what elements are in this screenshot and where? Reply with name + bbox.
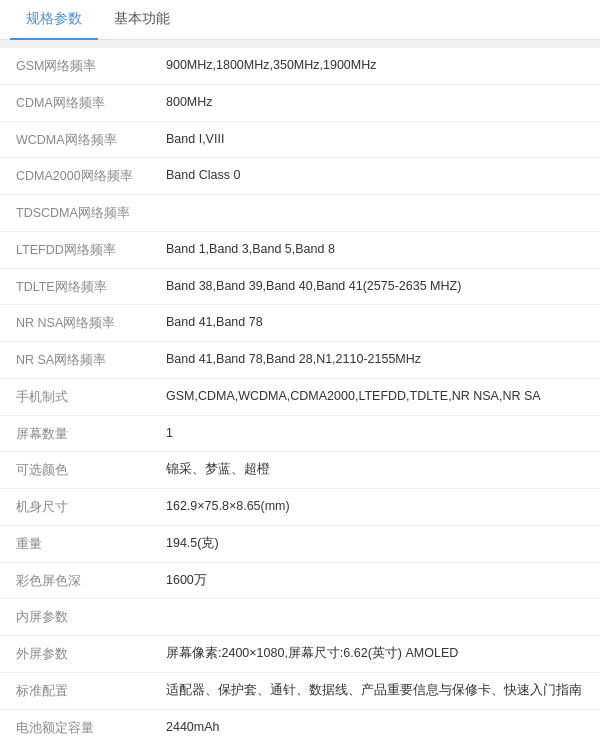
spec-label: CDMA2000网络频率 bbox=[16, 166, 166, 186]
spec-table: GSM网络频率900MHz,1800MHz,350MHz,1900MHzCDMA… bbox=[0, 48, 600, 740]
spec-value: 锦采、梦蓝、超橙 bbox=[166, 460, 584, 479]
spec-label: WCDMA网络频率 bbox=[16, 130, 166, 150]
spec-row: NR SA网络频率Band 41,Band 78,Band 28,N1,2110… bbox=[0, 342, 600, 379]
spec-label: NR SA网络频率 bbox=[16, 350, 166, 370]
spec-label: TDLTE网络频率 bbox=[16, 277, 166, 297]
spec-row: GSM网络频率900MHz,1800MHz,350MHz,1900MHz bbox=[0, 48, 600, 85]
spec-row: 机身尺寸162.9×75.8×8.65(mm) bbox=[0, 489, 600, 526]
spec-label: 外屏参数 bbox=[16, 644, 166, 664]
spec-value: 适配器、保护套、通针、数据线、产品重要信息与保修卡、快速入门指南 bbox=[166, 681, 584, 700]
spec-value: Band 1,Band 3,Band 5,Band 8 bbox=[166, 240, 584, 259]
spec-value: 屏幕像素:2400×1080,屏幕尺寸:6.62(英寸) AMOLED bbox=[166, 644, 584, 663]
tab-func[interactable]: 基本功能 bbox=[98, 0, 186, 40]
spec-value: 1600万 bbox=[166, 571, 584, 590]
spec-label: 机身尺寸 bbox=[16, 497, 166, 517]
spec-row: CDMA网络频率800MHz bbox=[0, 85, 600, 122]
spec-label: 电池额定容量 bbox=[16, 718, 166, 738]
spec-value: 900MHz,1800MHz,350MHz,1900MHz bbox=[166, 56, 584, 75]
spec-label: 手机制式 bbox=[16, 387, 166, 407]
tab-spec[interactable]: 规格参数 bbox=[10, 0, 98, 40]
tab-bar: 规格参数基本功能 bbox=[0, 0, 600, 40]
spec-label: 屏幕数量 bbox=[16, 424, 166, 444]
spec-row: TDLTE网络频率Band 38,Band 39,Band 40,Band 41… bbox=[0, 269, 600, 306]
spec-label: LTEFDD网络频率 bbox=[16, 240, 166, 260]
spec-value: 2440mAh bbox=[166, 718, 584, 737]
spec-row: 标准配置适配器、保护套、通针、数据线、产品重要信息与保修卡、快速入门指南 bbox=[0, 673, 600, 710]
spec-value: 1 bbox=[166, 424, 584, 443]
spec-label: CDMA网络频率 bbox=[16, 93, 166, 113]
spec-row: NR NSA网络频率Band 41,Band 78 bbox=[0, 305, 600, 342]
spec-label: NR NSA网络频率 bbox=[16, 313, 166, 333]
spec-value: Band 38,Band 39,Band 40,Band 41(2575-263… bbox=[166, 277, 584, 296]
spec-value: Band I,VIII bbox=[166, 130, 584, 149]
spec-value: Band 41,Band 78 bbox=[166, 313, 584, 332]
spec-row: 电池额定容量2440mAh bbox=[0, 710, 600, 741]
spec-value: GSM,CDMA,WCDMA,CDMA2000,LTEFDD,TDLTE,NR … bbox=[166, 387, 584, 406]
spec-label: TDSCDMA网络频率 bbox=[16, 203, 166, 223]
spec-row: 可选颜色锦采、梦蓝、超橙 bbox=[0, 452, 600, 489]
spec-label: 彩色屏色深 bbox=[16, 571, 166, 591]
spec-row: TDSCDMA网络频率 bbox=[0, 195, 600, 232]
spec-value: Band 41,Band 78,Band 28,N1,2110-2155MHz bbox=[166, 350, 584, 369]
spec-row: 外屏参数屏幕像素:2400×1080,屏幕尺寸:6.62(英寸) AMOLED bbox=[0, 636, 600, 673]
spec-row: 重量194.5(克) bbox=[0, 526, 600, 563]
spec-label: 标准配置 bbox=[16, 681, 166, 701]
spec-label: GSM网络频率 bbox=[16, 56, 166, 76]
spec-row: CDMA2000网络频率Band Class 0 bbox=[0, 158, 600, 195]
spec-value: 162.9×75.8×8.65(mm) bbox=[166, 497, 584, 516]
spec-row: WCDMA网络频率Band I,VIII bbox=[0, 122, 600, 159]
spec-row: LTEFDD网络频率Band 1,Band 3,Band 5,Band 8 bbox=[0, 232, 600, 269]
spec-label: 可选颜色 bbox=[16, 460, 166, 480]
spec-value: 194.5(克) bbox=[166, 534, 584, 553]
spec-row: 手机制式GSM,CDMA,WCDMA,CDMA2000,LTEFDD,TDLTE… bbox=[0, 379, 600, 416]
spec-label: 内屏参数 bbox=[16, 607, 166, 627]
spec-row: 屏幕数量1 bbox=[0, 416, 600, 453]
spec-value: Band Class 0 bbox=[166, 166, 584, 185]
spec-label: 重量 bbox=[16, 534, 166, 554]
spec-value: 800MHz bbox=[166, 93, 584, 112]
spec-row: 彩色屏色深1600万 bbox=[0, 563, 600, 600]
spec-row: 内屏参数 bbox=[0, 599, 600, 636]
